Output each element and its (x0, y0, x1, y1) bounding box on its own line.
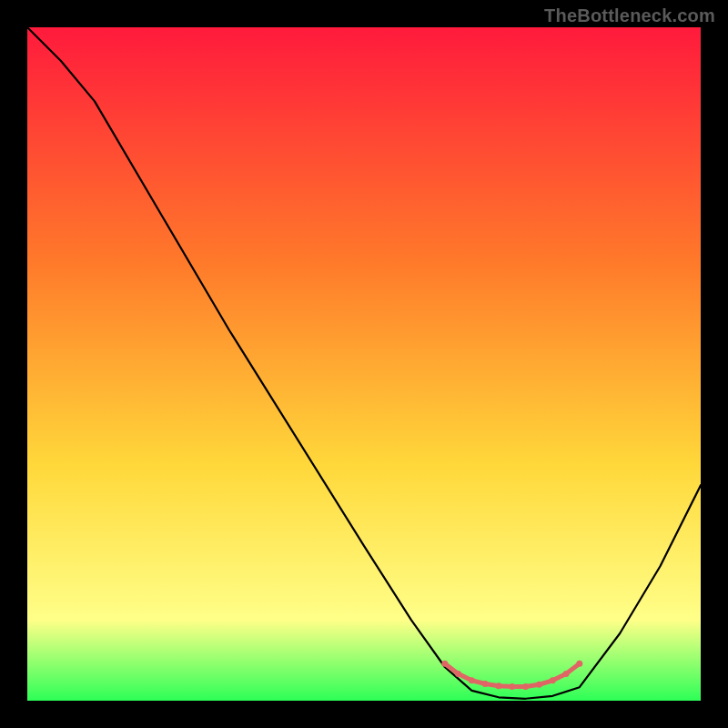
optimal-band-dot (576, 661, 582, 667)
optimal-band-dot (469, 677, 475, 683)
optimal-band-dot (496, 682, 502, 689)
plot-area (27, 27, 701, 701)
optimal-band-dot (441, 661, 448, 667)
optimal-band-dot (509, 683, 515, 690)
optimal-band-dot (455, 671, 461, 677)
watermark-text: TheBottleneck.com (544, 5, 715, 26)
gradient-background (27, 27, 701, 701)
optimal-band-dot (482, 681, 489, 687)
optimal-band-dot (522, 683, 529, 690)
optimal-band-dot (563, 671, 570, 677)
chart-container: TheBottleneck.com (0, 0, 728, 728)
optimal-band-dot (550, 677, 556, 683)
chart-svg (27, 27, 701, 701)
optimal-band-dot (536, 682, 542, 688)
